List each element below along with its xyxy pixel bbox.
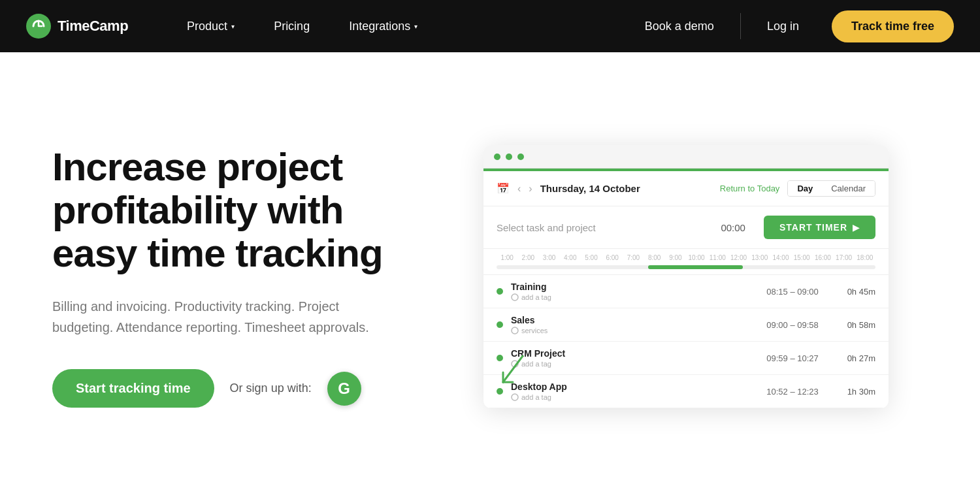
- entry-times: 09:59 – 10:27: [753, 353, 832, 363]
- timer-display: 00:00: [721, 222, 745, 233]
- entry-times: 09:00 – 09:58: [753, 320, 832, 330]
- app-mockup: 📅 ‹ › Thursday, 14 October Return to Tod…: [483, 145, 889, 408]
- entry-name: CRM Project: [511, 348, 745, 359]
- entry-name: Sales: [511, 315, 745, 325]
- play-icon: ▶: [853, 223, 860, 233]
- entry-times: 08:15 – 09:00: [753, 287, 832, 297]
- mockup-timeline: 1:00 2:00 3:00 4:00 5:00 6:00 7:00 8:00 …: [483, 249, 889, 275]
- hero-subtitle: Billing and invoicing. Productivity trac…: [52, 296, 392, 338]
- integrations-chevron-icon: ▾: [414, 23, 417, 30]
- nav-integrations[interactable]: Integrations ▾: [329, 20, 437, 33]
- entry-duration: 0h 58m: [840, 320, 875, 330]
- or-sign-up-label: Or sign up with:: [230, 382, 312, 395]
- entry-duration: 0h 27m: [840, 353, 875, 363]
- entry-info: Sales services: [511, 315, 745, 334]
- entry-name: Desktop App: [511, 382, 745, 392]
- entry-tag: add a tag: [511, 393, 745, 401]
- entry-row: CRM Project add a tag 09:59 – 10:27 0h 2…: [483, 342, 889, 375]
- mockup-topbar: [483, 145, 889, 169]
- nav-product[interactable]: Product ▾: [167, 20, 254, 33]
- mockup-return-today[interactable]: Return to Today: [720, 184, 780, 193]
- entry-dot: [497, 388, 503, 395]
- nav-login[interactable]: Log in: [747, 20, 819, 33]
- entry-dot: [497, 321, 503, 328]
- entry-row: Training add a tag 08:15 – 09:00 0h 45m: [483, 275, 889, 308]
- entry-info: Training add a tag: [511, 282, 745, 301]
- hero-actions: Start tracking time Or sign up with: G: [52, 369, 418, 408]
- nav-links: Product ▾ Pricing Integrations ▾: [167, 20, 625, 33]
- nav-pricing[interactable]: Pricing: [254, 20, 329, 33]
- svg-line-5: [503, 356, 523, 382]
- mockup-entries: Training add a tag 08:15 – 09:00 0h 45m …: [483, 275, 889, 408]
- google-signup-button[interactable]: G: [327, 372, 361, 406]
- hero-title: Increase project profitability with easy…: [52, 146, 418, 275]
- product-chevron-icon: ▾: [231, 23, 235, 30]
- logo-text: TimeCamp: [57, 18, 128, 35]
- entry-tag: add a tag: [511, 293, 745, 301]
- navbar: TimeCamp Product ▾ Pricing Integrations …: [0, 0, 980, 52]
- entry-name: Training: [511, 282, 745, 292]
- hero-left: Increase project profitability with easy…: [52, 146, 444, 408]
- calendar-nav-icon: 📅: [497, 182, 510, 195]
- entry-times: 10:52 – 12:23: [753, 387, 832, 397]
- dot3: [517, 154, 524, 160]
- decorative-arrow: [497, 350, 536, 389]
- mockup-view-buttons: Day Calendar: [787, 180, 875, 197]
- mockup-timer-row: Select task and project 00:00 START TIME…: [483, 206, 889, 249]
- timeline-bar: [497, 265, 875, 269]
- hero-right: 📅 ‹ › Thursday, 14 October Return to Tod…: [444, 145, 928, 408]
- start-tracking-button[interactable]: Start tracking time: [52, 369, 214, 408]
- entry-row: Sales services 09:00 – 09:58 0h 58m: [483, 308, 889, 342]
- nav-arrow-left[interactable]: ‹: [517, 183, 521, 195]
- entry-info: Desktop App add a tag: [511, 382, 745, 401]
- view-calendar-button[interactable]: Calendar: [822, 181, 875, 196]
- svg-point-2: [512, 327, 518, 334]
- entry-dot: [497, 288, 503, 295]
- timeline-fill: [648, 265, 743, 269]
- svg-point-1: [512, 294, 518, 301]
- start-timer-button[interactable]: START TIMER ▶: [764, 216, 875, 239]
- dot1: [494, 154, 500, 160]
- entry-tag: add a tag: [511, 360, 745, 368]
- hero-section: Increase project profitability with easy…: [0, 52, 980, 488]
- dot2: [506, 154, 512, 160]
- entry-info: CRM Project add a tag: [511, 348, 745, 368]
- task-placeholder[interactable]: Select task and project: [497, 222, 713, 233]
- mockup-date: Thursday, 14 October: [540, 183, 707, 194]
- view-day-button[interactable]: Day: [788, 181, 822, 196]
- cta-track-time-free-button[interactable]: Track time free: [832, 10, 954, 42]
- timeline-hours: 1:00 2:00 3:00 4:00 5:00 6:00 7:00 8:00 …: [497, 254, 875, 261]
- mockup-nav-row: 📅 ‹ › Thursday, 14 October Return to Tod…: [483, 171, 889, 206]
- entry-duration: 1h 30m: [840, 387, 875, 397]
- timecamp-logo-icon: [26, 14, 51, 39]
- entry-duration: 0h 45m: [840, 287, 875, 297]
- entry-tag: services: [511, 327, 745, 334]
- nav-book-demo[interactable]: Book a demo: [625, 20, 734, 33]
- svg-point-4: [512, 394, 518, 400]
- nav-right: Book a demo Log in Track time free: [625, 10, 954, 42]
- logo-link[interactable]: TimeCamp: [26, 14, 128, 39]
- nav-divider: [740, 13, 741, 39]
- nav-arrow-right[interactable]: ›: [529, 183, 532, 195]
- entry-row: Desktop App add a tag 10:52 – 12:23 1h 3…: [483, 375, 889, 408]
